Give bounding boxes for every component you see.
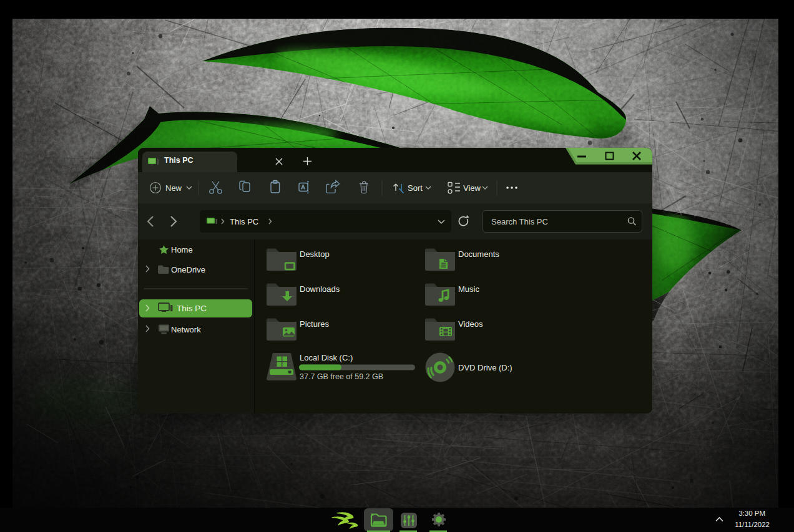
- svg-text:DVD Drive (D:): DVD Drive (D:): [458, 363, 512, 372]
- svg-text:Pictures: Pictures: [300, 319, 329, 329]
- svg-text:Desktop: Desktop: [300, 249, 330, 259]
- svg-text:This PC: This PC: [177, 304, 207, 313]
- svg-text:Documents: Documents: [458, 249, 499, 259]
- svg-text:View: View: [463, 183, 481, 193]
- svg-text:Sort: Sort: [408, 183, 423, 193]
- svg-text:Search This PC: Search This PC: [491, 217, 548, 226]
- svg-text:Home: Home: [171, 245, 193, 254]
- svg-text:Music: Music: [458, 284, 479, 294]
- svg-text:3:30 PM: 3:30 PM: [738, 510, 765, 517]
- svg-text:37.7 GB free of 59.2 GB: 37.7 GB free of 59.2 GB: [300, 372, 383, 381]
- svg-text:This PC: This PC: [230, 217, 258, 226]
- svg-text:Videos: Videos: [458, 319, 483, 329]
- svg-text:OneDrive: OneDrive: [171, 265, 205, 274]
- svg-text:11/11/2022: 11/11/2022: [735, 521, 770, 528]
- svg-text:New: New: [165, 183, 182, 193]
- svg-text:Downloads: Downloads: [300, 284, 340, 294]
- svg-text:Network: Network: [171, 325, 201, 334]
- svg-text:Local Disk (C:): Local Disk (C:): [300, 353, 353, 362]
